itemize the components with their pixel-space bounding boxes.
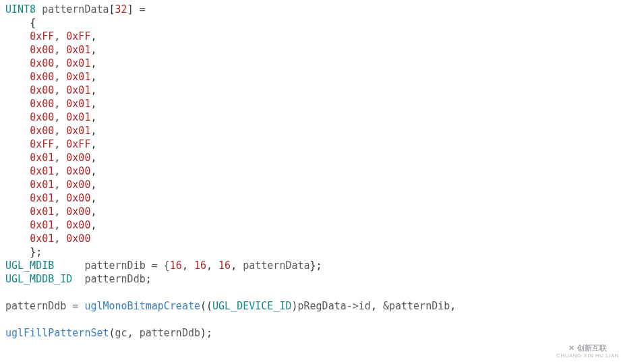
number: 16 bbox=[218, 260, 231, 272]
hex-value: 0x00 bbox=[30, 71, 54, 83]
hex-value: 0x00 bbox=[66, 165, 90, 177]
paren-open: ( bbox=[109, 327, 115, 339]
hex-value: 0x00 bbox=[30, 57, 54, 69]
identifier: patternDib bbox=[84, 260, 145, 272]
number: 16 bbox=[194, 260, 206, 272]
type-keyword: UGL_DEVICE_ID bbox=[212, 300, 291, 312]
hex-value: 0x00 bbox=[66, 152, 90, 164]
type-keyword: UINT8 bbox=[5, 3, 36, 16]
close-brace: }; bbox=[30, 246, 42, 258]
close-brace: }; bbox=[310, 260, 322, 272]
paren-close-semi: ); bbox=[200, 327, 212, 339]
hex-value: 0x01 bbox=[30, 152, 54, 164]
hex-value: 0x01 bbox=[30, 206, 54, 218]
hex-value: 0x01 bbox=[66, 111, 90, 123]
identifier: patternData bbox=[243, 260, 309, 272]
watermark-brand: ✕ 创新互联 bbox=[556, 344, 619, 352]
hex-value: 0x00 bbox=[30, 44, 54, 56]
bracket-open: [ bbox=[109, 3, 115, 16]
hex-value: 0x01 bbox=[30, 233, 54, 245]
hex-value: 0x01 bbox=[66, 84, 90, 96]
paren-open: (( bbox=[200, 300, 212, 312]
init-open: = { bbox=[152, 260, 170, 272]
hex-value: 0x01 bbox=[66, 71, 90, 83]
bracket-close: ] bbox=[127, 3, 134, 16]
function-call: uglFillPatternSet bbox=[5, 327, 109, 339]
hex-value: 0x01 bbox=[66, 44, 90, 56]
hex-value: 0x00 bbox=[66, 192, 90, 204]
type-keyword: UGL_MDIB bbox=[5, 260, 54, 272]
hex-value: 0x00 bbox=[66, 179, 90, 191]
hex-value: 0xFF bbox=[30, 30, 54, 42]
hex-value: 0x01 bbox=[66, 125, 90, 137]
open-brace: { bbox=[30, 17, 36, 29]
hex-value: 0x00 bbox=[30, 98, 54, 110]
hex-value: 0x00 bbox=[66, 233, 90, 245]
code-block: UINT8 patternData[32] = { 0xFF, 0xFF, 0x… bbox=[0, 0, 623, 342]
hex-value: 0x01 bbox=[30, 165, 54, 177]
array-size: 32 bbox=[115, 3, 127, 16]
identifier: patternDdb bbox=[5, 300, 66, 312]
identifier: patternData bbox=[42, 3, 109, 16]
hex-value: 0x00 bbox=[66, 206, 90, 218]
equals: = bbox=[72, 300, 78, 312]
watermark: ✕ 创新互联 CHUANG XIN HU LIAN bbox=[556, 344, 619, 360]
argument: patternDdb bbox=[140, 327, 200, 339]
trailing-comma: , bbox=[450, 300, 456, 312]
expression: pRegData->id bbox=[298, 300, 371, 312]
argument: gc bbox=[115, 327, 127, 339]
hex-value: 0x00 bbox=[30, 125, 54, 137]
argument: &patternDib bbox=[383, 300, 450, 312]
type-keyword: UGL_MDDB_ID bbox=[5, 273, 72, 285]
hex-value: 0x01 bbox=[66, 98, 90, 110]
semicolon: ; bbox=[146, 273, 152, 285]
hex-value: 0x01 bbox=[30, 179, 54, 191]
hex-value: 0xFF bbox=[30, 138, 54, 150]
hex-value: 0xFF bbox=[66, 138, 90, 150]
paren-close: ) bbox=[291, 300, 297, 312]
hex-value: 0x01 bbox=[30, 192, 54, 204]
identifier: patternDdb bbox=[84, 273, 145, 285]
function-call: uglMonoBitmapCreate bbox=[84, 300, 200, 312]
watermark-sub: CHUANG XIN HU LIAN bbox=[556, 352, 619, 360]
hex-value: 0xFF bbox=[66, 30, 90, 42]
hex-value: 0x00 bbox=[66, 219, 90, 231]
hex-value: 0x01 bbox=[30, 219, 54, 231]
equals: = bbox=[140, 3, 146, 16]
hex-value: 0x00 bbox=[30, 84, 54, 96]
hex-value: 0x00 bbox=[30, 111, 54, 123]
number: 16 bbox=[170, 260, 182, 272]
hex-value: 0x01 bbox=[66, 57, 90, 69]
